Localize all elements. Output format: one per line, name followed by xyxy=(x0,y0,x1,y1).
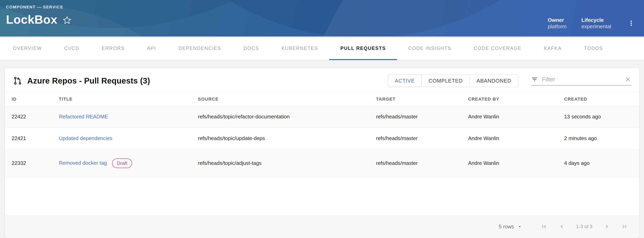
pr-title-link[interactable]: Updated dependencies xyxy=(59,135,112,141)
table-empty-space xyxy=(5,177,639,215)
column-header-id: ID xyxy=(5,92,53,106)
clear-filter-icon[interactable] xyxy=(624,76,631,83)
breadcrumb: COMPONENT — SERVICE xyxy=(6,5,72,10)
pr-created: 2 minutes ago xyxy=(558,128,639,149)
filter-abandoned-button[interactable]: ABANDONED xyxy=(470,75,518,87)
entity-header: COMPONENT — SERVICE LockBox Owner platfo… xyxy=(0,0,644,37)
pr-id: 22421 xyxy=(5,128,53,149)
pull-requests-card: Azure Repos - Pull Requests (3) ACTIVE C… xyxy=(5,68,639,238)
header-left: COMPONENT — SERVICE LockBox xyxy=(6,5,72,37)
page-content: Azure Repos - Pull Requests (3) ACTIVE C… xyxy=(0,60,644,238)
pr-source: refs/heads/topic/refactor-documentation xyxy=(192,106,370,128)
owner-block: Owner platform xyxy=(548,17,566,30)
filter-field xyxy=(531,76,631,86)
first-page-icon[interactable] xyxy=(535,223,553,230)
rows-per-page-value: 5 rows xyxy=(499,223,514,230)
filter-completed-button[interactable]: COMPLETED xyxy=(422,75,470,87)
tab-kubernetes[interactable]: KUBERNETES xyxy=(270,37,329,60)
owner-label: Owner xyxy=(548,17,566,24)
pr-created: 4 days ago xyxy=(558,149,639,177)
pr-created-by: Andre Wanlin xyxy=(462,106,558,128)
pr-title-link[interactable]: Removed docker tag xyxy=(59,160,107,166)
lifecycle-label: Lifecycle xyxy=(581,17,611,24)
header-meta: Owner platform Lifecycle experimental xyxy=(548,10,635,37)
table-header-row: ID TITLE SOURCE TARGET CREATED BY CREATE… xyxy=(5,92,639,106)
lifecycle-block: Lifecycle experimental xyxy=(581,17,611,30)
filter-list-icon xyxy=(531,76,538,83)
pr-target: refs/heads/master xyxy=(370,149,462,177)
filter-input[interactable] xyxy=(542,76,620,83)
card-title: Azure Repos - Pull Requests (3) xyxy=(27,76,150,85)
tab-docs[interactable]: DOCS xyxy=(232,37,270,60)
tab-dependencies[interactable]: DEPENDENCIES xyxy=(167,37,232,60)
pagination-range: 1-3 of 3 xyxy=(576,224,592,229)
tab-pull-requests[interactable]: PULL REQUESTS xyxy=(329,37,397,60)
previous-page-icon[interactable] xyxy=(553,223,570,230)
pr-title-link[interactable]: Refactored README xyxy=(59,114,108,120)
column-header-created: CREATED xyxy=(558,92,639,106)
pr-created-by: Andre Wanlin xyxy=(462,128,558,149)
pr-id: 22332 xyxy=(5,149,53,177)
tab-code-coverage[interactable]: CODE COVERAGE xyxy=(462,37,532,60)
owner-value: platform xyxy=(548,23,566,30)
lifecycle-value: experimental xyxy=(581,23,611,30)
column-header-created-by: CREATED BY xyxy=(462,92,558,106)
table-row: 22422 Refactored README refs/heads/topic… xyxy=(5,106,639,128)
tab-api[interactable]: API xyxy=(136,37,167,60)
table-pagination: 5 rows 1-3 of 3 xyxy=(5,215,639,238)
column-header-title: TITLE xyxy=(53,92,192,106)
kebab-menu-icon[interactable] xyxy=(627,19,635,27)
page-title: LockBox xyxy=(6,13,58,27)
table-row: 22332 Removed docker tagDraft refs/heads… xyxy=(5,149,639,177)
tab-ci-cd[interactable]: CI/CD xyxy=(53,37,90,60)
chevron-down-icon xyxy=(517,224,522,229)
pull-requests-table: ID TITLE SOURCE TARGET CREATED BY CREATE… xyxy=(5,92,639,177)
table-row: 22421 Updated dependencies refs/heads/to… xyxy=(5,128,639,149)
next-page-icon[interactable] xyxy=(598,223,616,230)
pr-source: refs/heads/topic/update-deps xyxy=(192,128,370,149)
card-header: Azure Repos - Pull Requests (3) ACTIVE C… xyxy=(5,68,639,92)
tab-kafka[interactable]: KAFKA xyxy=(532,37,573,60)
tab-overview[interactable]: OVERVIEW xyxy=(2,37,53,60)
draft-badge: Draft xyxy=(112,158,132,168)
tab-todos[interactable]: TODOS xyxy=(573,37,614,60)
pr-created: 13 seconds ago xyxy=(558,106,639,128)
pr-id: 22422 xyxy=(5,106,53,128)
column-header-target: TARGET xyxy=(370,92,462,106)
filter-active-button[interactable]: ACTIVE xyxy=(388,75,422,87)
pr-target: refs/heads/master xyxy=(370,106,462,128)
last-page-icon[interactable] xyxy=(616,223,633,230)
column-header-source: SOURCE xyxy=(192,92,370,106)
tab-code-insights[interactable]: CODE INSIGHTS xyxy=(397,37,462,60)
pr-target: refs/heads/master xyxy=(370,128,462,149)
pr-created-by: Andre Wanlin xyxy=(462,149,558,177)
pr-source: refs/heads/topic/adjust-tags xyxy=(192,149,370,177)
favorite-star-icon[interactable] xyxy=(63,16,72,25)
entity-tabbar: OVERVIEW CI/CD ERRORS API DEPENDENCIES D… xyxy=(0,37,644,60)
rows-per-page-select[interactable]: 5 rows xyxy=(499,223,522,230)
tab-errors[interactable]: ERRORS xyxy=(90,37,136,60)
pr-status-filter-group: ACTIVE COMPLETED ABANDONED xyxy=(388,75,518,87)
pull-request-icon xyxy=(13,76,22,85)
